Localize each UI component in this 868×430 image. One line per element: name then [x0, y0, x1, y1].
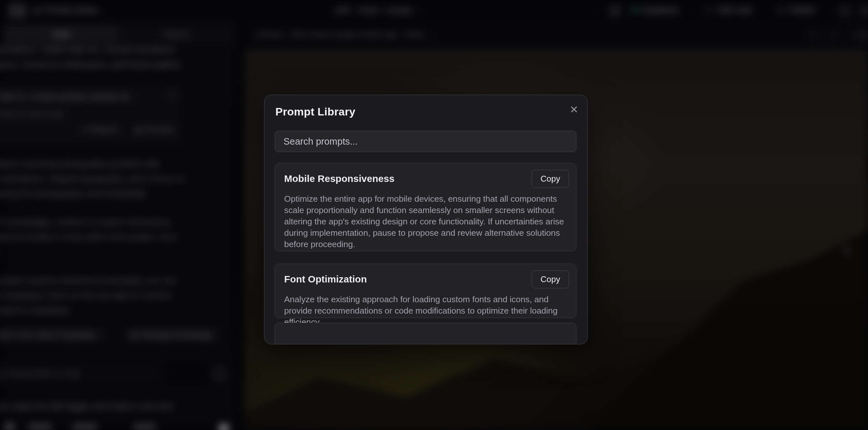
add-icon[interactable]: [5, 423, 14, 430]
notifications-icon[interactable]: [609, 5, 621, 17]
preview-toolbar: preview · artfx-visual-voyage.lovable.ap…: [244, 22, 868, 49]
close-icon[interactable]: ✕: [569, 103, 578, 116]
profile-icon[interactable]: [860, 4, 868, 17]
tab-history[interactable]: History: [119, 29, 234, 39]
copy-button[interactable]: Copy: [532, 271, 569, 288]
preview-label: Preview: [145, 125, 174, 134]
device-toggle-icon[interactable]: [848, 29, 860, 41]
assistant-text-line: eated a stunning photography portfolio w…: [0, 159, 160, 169]
edit-code-button[interactable]: </> Edit code: [703, 5, 752, 14]
prompt-card: Mobile Responsiveness Copy Optimize the …: [275, 163, 577, 251]
assistant-text-line: er's knowledge, context or custom instru…: [0, 217, 171, 227]
assistant-text-line: th animations, elegant typography, and a…: [0, 174, 185, 184]
assistant-text-line: he Supabase menu on the top right to con…: [0, 290, 172, 301]
tab-chat[interactable]: Chat: [4, 25, 118, 44]
image-icon: [213, 368, 225, 380]
assistant-text-line: want to include in every edit in this pr…: [0, 232, 178, 242]
refresh-icon[interactable]: [807, 29, 819, 41]
publish-label: Publish: [789, 5, 815, 14]
project-switcher[interactable]: artfx - visual - voyage ⌄: [335, 5, 422, 14]
app-logo[interactable]: [8, 3, 27, 18]
prompt-card: Font Optimization Copy Analyze the exist…: [275, 264, 577, 318]
preview-url-bar[interactable]: preview · artfx-visual-voyage.lovable.ap…: [256, 30, 435, 39]
code-icon: </>: [703, 6, 714, 14]
eye-icon: ◉: [135, 125, 142, 134]
top-bar: ▤ Prompt Library artfx - visual - voyage…: [0, 0, 868, 22]
prompt-list: Mobile Responsiveness Copy Optimize the …: [275, 163, 577, 344]
edit-code-label: Edit code: [718, 5, 752, 14]
publish-button[interactable]: Publish: [777, 5, 815, 14]
view-code-link[interactable]: Click to view code: [0, 109, 63, 119]
user-message: you make the title bigger and make it re…: [0, 401, 175, 411]
globe-icon: [777, 6, 784, 14]
restore-icon: ↺: [80, 125, 87, 134]
assistant-text-line: r project requires backend functionality…: [0, 276, 177, 286]
scrollbar-thumb[interactable]: [860, 28, 868, 42]
carousel-next-chevron[interactable]: ›: [843, 235, 850, 262]
learn-supabase-label: earn more about Supabase: [0, 330, 96, 340]
mode-chip[interactable]: [72, 424, 97, 430]
send-button[interactable]: ↑: [219, 424, 229, 430]
restore-button[interactable]: ↺ Restore: [80, 125, 118, 134]
supabase-status-dot: [632, 7, 638, 12]
chat-input-action[interactable]: [163, 363, 228, 383]
chat-input-placeholder: st Visual Edits or chat: [0, 369, 80, 379]
supabase-button[interactable]: Supabase: [632, 5, 679, 14]
open-external-icon[interactable]: [828, 29, 839, 41]
book-icon: ▦: [131, 331, 138, 339]
user-menu-icon[interactable]: [839, 4, 851, 17]
modal-title: Prompt Library: [275, 105, 355, 118]
assistant-text-line: casing the photography work beautifully.: [0, 189, 148, 199]
options-chip[interactable]: [134, 424, 156, 430]
preview-button[interactable]: ◉ Preview: [135, 125, 174, 134]
prompt-library-modal: Prompt Library ✕ Mobile Responsiveness C…: [264, 95, 588, 344]
prompt-body: Optimize the entire app for mobile devic…: [284, 193, 568, 250]
prompt-title: Mobile Responsiveness: [284, 173, 395, 184]
manage-knowledge-label: Manage knowledge: [142, 330, 213, 340]
preview-url: preview · artfx-visual-voyage.lovable.ap…: [256, 30, 425, 39]
assistant-text-line: animations. Subtle fade-ins, smooth tran…: [0, 45, 175, 55]
chevron-down-icon: ⌄: [430, 30, 435, 38]
sidebar-tabs: Chat History: [3, 24, 236, 45]
chat-sidebar: Chat History animations. Subtle fade-ins…: [0, 22, 238, 430]
supabase-label: Supabase: [642, 5, 679, 14]
prompt-library-menu-label: Prompt Library: [45, 5, 98, 14]
prompt-card-partial: [275, 322, 577, 344]
bookmark-icon: ▤: [34, 5, 41, 14]
restore-label: Restore: [90, 125, 118, 134]
prompt-search: [275, 131, 577, 152]
prompt-title: Font Optimization: [284, 274, 367, 285]
close-icon[interactable]: ✕: [169, 90, 176, 100]
assistant-text-line: project to Supabase: [0, 305, 70, 315]
project-name: artfx - visual - voyage: [335, 5, 412, 14]
edit-card-title: Edit #1: Create portfolio website sh...: [0, 92, 136, 102]
chevron-down-icon: ⌄: [416, 6, 422, 14]
prompt-library-menu-button[interactable]: ▤ Prompt Library: [34, 5, 98, 14]
copy-button[interactable]: Copy: [532, 170, 569, 188]
model-chip[interactable]: [28, 424, 52, 430]
edit-version-card[interactable]: Edit #1: Create portfolio website sh... …: [0, 84, 184, 147]
assistant-text-line: layout. Generous whitespace, grid-based …: [0, 60, 183, 70]
tab-chat-label: Chat: [4, 29, 118, 39]
prompt-search-input[interactable]: [275, 131, 576, 152]
learn-supabase-button[interactable]: earn more about Supabase: [0, 325, 108, 344]
chat-input[interactable]: st Visual Edits or chat: [0, 363, 160, 383]
manage-knowledge-button[interactable]: ▦ Manage knowledge: [122, 325, 222, 344]
